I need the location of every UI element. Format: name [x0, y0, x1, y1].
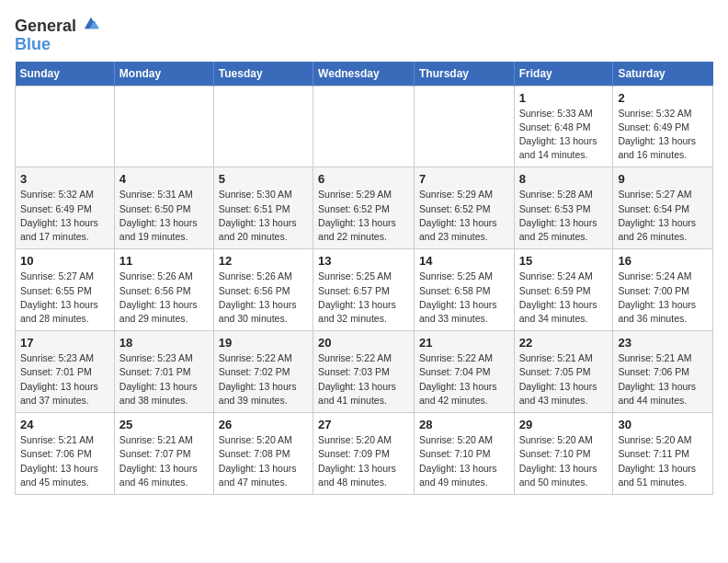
- weekday-header-saturday: Saturday: [613, 62, 713, 86]
- day-info: Sunrise: 5:26 AM Sunset: 6:56 PM Dayligh…: [119, 270, 209, 326]
- day-info: Sunrise: 5:23 AM Sunset: 7:01 PM Dayligh…: [20, 351, 109, 408]
- day-number: 28: [419, 418, 509, 431]
- day-number: 8: [519, 172, 609, 186]
- day-info: Sunrise: 5:30 AM Sunset: 6:51 PM Dayligh…: [219, 188, 308, 244]
- calendar-table: SundayMondayTuesdayWednesdayThursdayFrid…: [15, 62, 713, 495]
- day-number: 1: [519, 91, 609, 105]
- day-info: Sunrise: 5:27 AM Sunset: 6:54 PM Dayligh…: [618, 188, 708, 244]
- day-number: 2: [618, 91, 708, 105]
- calendar-cell: 20Sunrise: 5:22 AM Sunset: 7:03 PM Dayli…: [313, 331, 415, 413]
- day-number: 12: [219, 254, 308, 268]
- calendar-cell: 12Sunrise: 5:26 AM Sunset: 6:56 PM Dayli…: [213, 249, 313, 331]
- calendar-cell: 5Sunrise: 5:30 AM Sunset: 6:51 PM Daylig…: [213, 167, 313, 249]
- weekday-header-monday: Monday: [114, 62, 213, 86]
- day-info: Sunrise: 5:21 AM Sunset: 7:06 PM Dayligh…: [20, 433, 109, 489]
- calendar-cell: 19Sunrise: 5:22 AM Sunset: 7:02 PM Dayli…: [213, 331, 313, 413]
- day-number: 19: [219, 336, 308, 350]
- calendar-cell: 3Sunrise: 5:32 AM Sunset: 6:49 PM Daylig…: [16, 167, 115, 249]
- day-info: Sunrise: 5:20 AM Sunset: 7:10 PM Dayligh…: [519, 433, 609, 489]
- page-header: General Blue: [15, 15, 713, 54]
- day-number: 5: [219, 172, 308, 186]
- logo: General Blue: [15, 15, 99, 54]
- day-info: Sunrise: 5:21 AM Sunset: 7:07 PM Dayligh…: [119, 433, 209, 489]
- day-number: 11: [119, 254, 209, 268]
- weekday-header-wednesday: Wednesday: [313, 62, 415, 86]
- day-info: Sunrise: 5:24 AM Sunset: 7:00 PM Dayligh…: [618, 270, 708, 326]
- calendar-cell: 9Sunrise: 5:27 AM Sunset: 6:54 PM Daylig…: [613, 167, 713, 249]
- day-number: 29: [519, 418, 609, 431]
- day-info: Sunrise: 5:32 AM Sunset: 6:49 PM Dayligh…: [20, 188, 109, 244]
- calendar-cell: [313, 86, 415, 167]
- day-number: 17: [20, 336, 109, 350]
- day-number: 7: [419, 172, 509, 186]
- day-number: 25: [119, 418, 209, 431]
- day-info: Sunrise: 5:29 AM Sunset: 6:52 PM Dayligh…: [318, 188, 409, 244]
- day-info: Sunrise: 5:23 AM Sunset: 7:01 PM Dayligh…: [119, 351, 209, 408]
- calendar-cell: 21Sunrise: 5:22 AM Sunset: 7:04 PM Dayli…: [414, 331, 514, 413]
- day-info: Sunrise: 5:26 AM Sunset: 6:56 PM Dayligh…: [219, 270, 308, 326]
- calendar-cell: 23Sunrise: 5:21 AM Sunset: 7:06 PM Dayli…: [613, 331, 713, 413]
- day-info: Sunrise: 5:22 AM Sunset: 7:04 PM Dayligh…: [419, 351, 509, 408]
- logo-text-line2: Blue: [15, 36, 99, 54]
- calendar-cell: 17Sunrise: 5:23 AM Sunset: 7:01 PM Dayli…: [16, 331, 115, 413]
- day-number: 27: [318, 418, 409, 431]
- day-info: Sunrise: 5:29 AM Sunset: 6:52 PM Dayligh…: [419, 188, 509, 244]
- day-info: Sunrise: 5:22 AM Sunset: 7:02 PM Dayligh…: [219, 351, 308, 408]
- calendar-cell: 30Sunrise: 5:20 AM Sunset: 7:11 PM Dayli…: [613, 413, 713, 495]
- day-info: Sunrise: 5:31 AM Sunset: 6:50 PM Dayligh…: [119, 188, 209, 244]
- day-number: 21: [419, 336, 509, 350]
- calendar-week-row: 17Sunrise: 5:23 AM Sunset: 7:01 PM Dayli…: [16, 331, 713, 413]
- weekday-header-friday: Friday: [514, 62, 613, 86]
- calendar-week-row: 3Sunrise: 5:32 AM Sunset: 6:49 PM Daylig…: [16, 167, 713, 249]
- day-number: 10: [20, 254, 109, 268]
- day-info: Sunrise: 5:28 AM Sunset: 6:53 PM Dayligh…: [519, 188, 609, 244]
- weekday-header-tuesday: Tuesday: [213, 62, 313, 86]
- day-info: Sunrise: 5:22 AM Sunset: 7:03 PM Dayligh…: [318, 351, 409, 408]
- calendar-cell: [114, 86, 213, 167]
- calendar-cell: 2Sunrise: 5:32 AM Sunset: 6:49 PM Daylig…: [613, 86, 713, 167]
- calendar-cell: 29Sunrise: 5:20 AM Sunset: 7:10 PM Dayli…: [514, 413, 613, 495]
- calendar-cell: 25Sunrise: 5:21 AM Sunset: 7:07 PM Dayli…: [114, 413, 213, 495]
- day-info: Sunrise: 5:20 AM Sunset: 7:10 PM Dayligh…: [419, 433, 509, 489]
- day-number: 6: [318, 172, 409, 186]
- calendar-cell: 16Sunrise: 5:24 AM Sunset: 7:00 PM Dayli…: [613, 249, 713, 331]
- day-number: 23: [618, 336, 708, 350]
- day-number: 22: [519, 336, 609, 350]
- calendar-week-row: 10Sunrise: 5:27 AM Sunset: 6:55 PM Dayli…: [16, 249, 713, 331]
- day-number: 16: [618, 254, 708, 268]
- day-info: Sunrise: 5:20 AM Sunset: 7:08 PM Dayligh…: [219, 433, 308, 489]
- calendar-cell: 18Sunrise: 5:23 AM Sunset: 7:01 PM Dayli…: [114, 331, 213, 413]
- day-number: 24: [20, 418, 109, 431]
- logo-text-line1: General: [15, 15, 99, 36]
- day-info: Sunrise: 5:24 AM Sunset: 6:59 PM Dayligh…: [519, 270, 609, 326]
- calendar-cell: 11Sunrise: 5:26 AM Sunset: 6:56 PM Dayli…: [114, 249, 213, 331]
- calendar-cell: 13Sunrise: 5:25 AM Sunset: 6:57 PM Dayli…: [313, 249, 415, 331]
- day-info: Sunrise: 5:32 AM Sunset: 6:49 PM Dayligh…: [618, 107, 708, 163]
- day-number: 18: [119, 336, 209, 350]
- calendar-cell: 28Sunrise: 5:20 AM Sunset: 7:10 PM Dayli…: [414, 413, 514, 495]
- calendar-cell: 24Sunrise: 5:21 AM Sunset: 7:06 PM Dayli…: [16, 413, 115, 495]
- day-number: 13: [318, 254, 409, 268]
- calendar-cell: [16, 86, 115, 167]
- calendar-cell: 7Sunrise: 5:29 AM Sunset: 6:52 PM Daylig…: [414, 167, 514, 249]
- day-info: Sunrise: 5:27 AM Sunset: 6:55 PM Dayligh…: [20, 270, 109, 326]
- calendar-cell: 4Sunrise: 5:31 AM Sunset: 6:50 PM Daylig…: [114, 167, 213, 249]
- day-info: Sunrise: 5:20 AM Sunset: 7:11 PM Dayligh…: [618, 433, 708, 489]
- logo-icon: [83, 15, 99, 31]
- calendar-header-row: SundayMondayTuesdayWednesdayThursdayFrid…: [16, 62, 713, 86]
- day-number: 15: [519, 254, 609, 268]
- calendar-cell: [213, 86, 313, 167]
- calendar-cell: 26Sunrise: 5:20 AM Sunset: 7:08 PM Dayli…: [213, 413, 313, 495]
- day-number: 30: [618, 418, 708, 431]
- day-info: Sunrise: 5:21 AM Sunset: 7:06 PM Dayligh…: [618, 351, 708, 408]
- day-info: Sunrise: 5:33 AM Sunset: 6:48 PM Dayligh…: [519, 107, 609, 163]
- day-number: 3: [20, 172, 109, 186]
- day-number: 26: [219, 418, 308, 431]
- day-number: 4: [119, 172, 209, 186]
- day-number: 9: [618, 172, 708, 186]
- day-info: Sunrise: 5:20 AM Sunset: 7:09 PM Dayligh…: [318, 433, 409, 489]
- day-info: Sunrise: 5:21 AM Sunset: 7:05 PM Dayligh…: [519, 351, 609, 408]
- calendar-cell: [414, 86, 514, 167]
- weekday-header-thursday: Thursday: [414, 62, 514, 86]
- calendar-cell: 6Sunrise: 5:29 AM Sunset: 6:52 PM Daylig…: [313, 167, 415, 249]
